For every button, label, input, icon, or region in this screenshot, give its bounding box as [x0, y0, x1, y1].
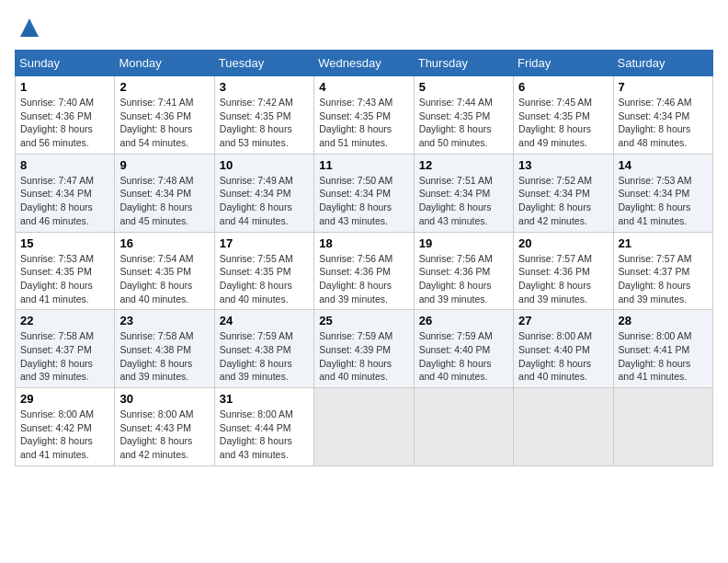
day-number: 22 [20, 314, 109, 327]
calendar-cell [613, 388, 712, 466]
day-number: 3 [220, 80, 309, 94]
calendar-cell: 21 Sunrise: 7:57 AMSunset: 4:37 PMDaylig… [613, 232, 712, 310]
day-number: 8 [20, 158, 109, 172]
svg-marker-1 [20, 24, 39, 37]
calendar-week-row: 29 Sunrise: 8:00 AMSunset: 4:42 PMDaylig… [16, 388, 713, 466]
cell-info: Sunrise: 7:44 AMSunset: 4:35 PMDaylight:… [419, 97, 493, 148]
calendar-cell: 4 Sunrise: 7:43 AMSunset: 4:35 PMDayligh… [314, 76, 414, 155]
cell-info: Sunrise: 7:54 AMSunset: 4:35 PMDaylight:… [119, 253, 193, 304]
day-number: 20 [518, 236, 608, 250]
calendar-cell: 9 Sunrise: 7:48 AMSunset: 4:34 PMDayligh… [115, 154, 214, 232]
weekday-header: Saturday [613, 51, 712, 76]
calendar-cell: 27 Sunrise: 8:00 AMSunset: 4:40 PMDaylig… [514, 310, 613, 388]
calendar-cell: 19 Sunrise: 7:56 AMSunset: 4:36 PMDaylig… [414, 232, 513, 310]
calendar-cell: 16 Sunrise: 7:54 AMSunset: 4:35 PMDaylig… [115, 232, 214, 310]
cell-info: Sunrise: 7:56 AMSunset: 4:36 PMDaylight:… [419, 253, 493, 304]
calendar-cell: 2 Sunrise: 7:41 AMSunset: 4:36 PMDayligh… [115, 76, 214, 155]
calendar-cell: 31 Sunrise: 8:00 AMSunset: 4:44 PMDaylig… [214, 388, 313, 466]
calendar-cell: 28 Sunrise: 8:00 AMSunset: 4:41 PMDaylig… [613, 310, 712, 388]
cell-info: Sunrise: 7:41 AMSunset: 4:36 PMDaylight:… [119, 97, 193, 148]
calendar-cell: 14 Sunrise: 7:53 AMSunset: 4:34 PMDaylig… [613, 154, 712, 232]
day-number: 28 [619, 314, 708, 327]
day-number: 2 [119, 80, 209, 94]
cell-info: Sunrise: 7:57 AMSunset: 4:36 PMDaylight:… [518, 253, 592, 304]
weekday-header: Tuesday [214, 51, 313, 76]
day-number: 27 [518, 314, 608, 327]
day-number: 21 [619, 236, 708, 250]
day-number: 23 [119, 314, 209, 327]
calendar-cell [414, 388, 513, 466]
calendar-cell: 18 Sunrise: 7:56 AMSunset: 4:36 PMDaylig… [314, 232, 414, 310]
day-number: 9 [119, 158, 209, 172]
cell-info: Sunrise: 7:59 AMSunset: 4:39 PMDaylight:… [319, 330, 392, 382]
calendar-cell: 24 Sunrise: 7:59 AMSunset: 4:38 PMDaylig… [214, 310, 313, 388]
weekday-header: Sunday [16, 51, 115, 76]
cell-info: Sunrise: 7:49 AMSunset: 4:34 PMDaylight:… [220, 175, 293, 226]
calendar-cell: 26 Sunrise: 7:59 AMSunset: 4:40 PMDaylig… [414, 310, 513, 388]
cell-info: Sunrise: 7:51 AMSunset: 4:34 PMDaylight:… [419, 175, 493, 226]
calendar-cell [314, 388, 414, 466]
day-number: 17 [220, 236, 309, 250]
day-number: 4 [319, 80, 408, 94]
calendar-cell: 29 Sunrise: 8:00 AMSunset: 4:42 PMDaylig… [16, 388, 115, 466]
day-number: 12 [419, 158, 508, 172]
weekday-header: Friday [514, 51, 613, 76]
day-number: 6 [518, 80, 608, 94]
day-number: 15 [20, 236, 109, 250]
calendar-cell: 17 Sunrise: 7:55 AMSunset: 4:35 PMDaylig… [214, 232, 313, 310]
weekday-header: Monday [115, 51, 214, 76]
cell-info: Sunrise: 7:45 AMSunset: 4:35 PMDaylight:… [518, 97, 592, 148]
calendar-week-row: 22 Sunrise: 7:58 AMSunset: 4:37 PMDaylig… [16, 310, 713, 388]
calendar-week-row: 8 Sunrise: 7:47 AMSunset: 4:34 PMDayligh… [16, 154, 713, 232]
logo [15, 15, 42, 40]
day-number: 5 [419, 80, 508, 94]
calendar-cell: 13 Sunrise: 7:52 AMSunset: 4:34 PMDaylig… [514, 154, 613, 232]
calendar-cell: 1 Sunrise: 7:40 AMSunset: 4:36 PMDayligh… [16, 76, 115, 155]
cell-info: Sunrise: 7:58 AMSunset: 4:37 PMDaylight:… [20, 330, 94, 382]
day-number: 29 [20, 392, 109, 406]
calendar-cell: 23 Sunrise: 7:58 AMSunset: 4:38 PMDaylig… [115, 310, 214, 388]
cell-info: Sunrise: 8:00 AMSunset: 4:41 PMDaylight:… [619, 330, 692, 382]
cell-info: Sunrise: 8:00 AMSunset: 4:44 PMDaylight:… [220, 408, 293, 460]
logo-icon [17, 15, 42, 40]
cell-info: Sunrise: 7:53 AMSunset: 4:34 PMDaylight:… [619, 175, 692, 226]
calendar-cell: 20 Sunrise: 7:57 AMSunset: 4:36 PMDaylig… [514, 232, 613, 310]
day-number: 14 [619, 158, 708, 172]
cell-info: Sunrise: 8:00 AMSunset: 4:40 PMDaylight:… [518, 330, 592, 382]
page-header [15, 15, 713, 40]
cell-info: Sunrise: 7:55 AMSunset: 4:35 PMDaylight:… [220, 253, 293, 304]
cell-info: Sunrise: 7:58 AMSunset: 4:38 PMDaylight:… [119, 330, 193, 382]
cell-info: Sunrise: 7:57 AMSunset: 4:37 PMDaylight:… [619, 253, 692, 304]
calendar-cell: 25 Sunrise: 7:59 AMSunset: 4:39 PMDaylig… [314, 310, 414, 388]
cell-info: Sunrise: 7:59 AMSunset: 4:38 PMDaylight:… [220, 330, 293, 382]
cell-info: Sunrise: 7:40 AMSunset: 4:36 PMDaylight:… [20, 97, 94, 148]
day-number: 13 [518, 158, 608, 172]
calendar-cell: 22 Sunrise: 7:58 AMSunset: 4:37 PMDaylig… [16, 310, 115, 388]
day-number: 31 [220, 392, 309, 406]
calendar-table: SundayMondayTuesdayWednesdayThursdayFrid… [15, 50, 713, 466]
cell-info: Sunrise: 7:46 AMSunset: 4:34 PMDaylight:… [619, 97, 692, 148]
cell-info: Sunrise: 7:53 AMSunset: 4:35 PMDaylight:… [20, 253, 94, 304]
calendar-cell: 12 Sunrise: 7:51 AMSunset: 4:34 PMDaylig… [414, 154, 513, 232]
calendar-cell [514, 388, 613, 466]
calendar-week-row: 1 Sunrise: 7:40 AMSunset: 4:36 PMDayligh… [16, 76, 713, 155]
day-number: 26 [419, 314, 508, 327]
weekday-header: Thursday [414, 51, 513, 76]
cell-info: Sunrise: 7:50 AMSunset: 4:34 PMDaylight:… [319, 175, 392, 226]
day-number: 7 [619, 80, 708, 94]
calendar-cell: 10 Sunrise: 7:49 AMSunset: 4:34 PMDaylig… [214, 154, 313, 232]
calendar-week-row: 15 Sunrise: 7:53 AMSunset: 4:35 PMDaylig… [16, 232, 713, 310]
cell-info: Sunrise: 7:48 AMSunset: 4:34 PMDaylight:… [119, 175, 193, 226]
day-number: 11 [319, 158, 408, 172]
day-number: 16 [119, 236, 209, 250]
cell-info: Sunrise: 7:52 AMSunset: 4:34 PMDaylight:… [518, 175, 592, 226]
cell-info: Sunrise: 7:43 AMSunset: 4:35 PMDaylight:… [319, 97, 392, 148]
day-number: 18 [319, 236, 408, 250]
day-number: 25 [319, 314, 408, 327]
cell-info: Sunrise: 7:59 AMSunset: 4:40 PMDaylight:… [419, 330, 493, 382]
calendar-cell: 3 Sunrise: 7:42 AMSunset: 4:35 PMDayligh… [214, 76, 313, 155]
calendar-cell: 7 Sunrise: 7:46 AMSunset: 4:34 PMDayligh… [613, 76, 712, 155]
cell-info: Sunrise: 7:56 AMSunset: 4:36 PMDaylight:… [319, 253, 392, 304]
cell-info: Sunrise: 7:47 AMSunset: 4:34 PMDaylight:… [20, 175, 94, 226]
calendar-cell: 15 Sunrise: 7:53 AMSunset: 4:35 PMDaylig… [16, 232, 115, 310]
